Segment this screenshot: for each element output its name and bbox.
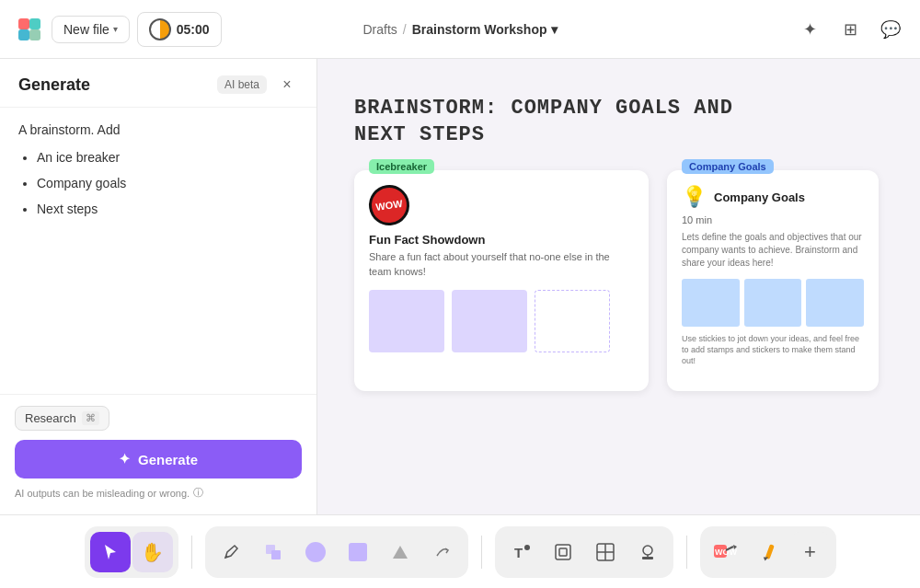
card-company-goals[interactable]: Company Goals 💡 Company Goals 10 min Let… bbox=[667, 170, 879, 391]
plus-icon: + bbox=[804, 540, 816, 564]
company-sticky-note[interactable] bbox=[806, 279, 864, 327]
paper-icon bbox=[263, 542, 283, 562]
generate-panel: Generate AI beta × A brainstorm. Add An … bbox=[0, 59, 317, 514]
company-card-desc: Lets define the goals and objectives tha… bbox=[682, 231, 864, 270]
list-item: An ice breaker bbox=[37, 144, 298, 170]
timer-button[interactable]: 05:00 bbox=[137, 12, 222, 47]
text-tool[interactable]: T bbox=[500, 532, 541, 572]
text-icon: T bbox=[511, 542, 531, 562]
company-card-time: 10 min bbox=[682, 214, 864, 225]
add-button[interactable]: + bbox=[790, 532, 831, 572]
canvas-title-line2: Next Steps bbox=[354, 122, 883, 149]
stamp-icon bbox=[638, 542, 658, 562]
drawing-tool-group bbox=[205, 526, 468, 578]
new-file-button[interactable]: New file ▾ bbox=[52, 16, 130, 43]
top-toolbar: New file ▾ 05:00 Drafts / Brainstorm Wor… bbox=[0, 0, 920, 59]
chevron-down-icon: ▾ bbox=[551, 22, 558, 37]
card-icebreaker[interactable]: Icebreaker WOW Fun Fact Showdown Share a… bbox=[354, 170, 649, 391]
research-tag[interactable]: Research ⌘ bbox=[15, 406, 109, 431]
svg-rect-15 bbox=[642, 557, 653, 559]
ai-disclaimer: AI outputs can be misleading or wrong. ⓘ bbox=[15, 486, 302, 500]
svg-rect-2 bbox=[18, 29, 29, 40]
generate-button[interactable]: ✦ Generate bbox=[15, 440, 302, 478]
panel-footer: Research ⌘ ✦ Generate AI outputs can be … bbox=[0, 394, 316, 514]
chevron-down-icon: ▾ bbox=[113, 24, 118, 34]
toolbar-right-icons: ✦ ⊞ 💬 bbox=[795, 15, 905, 44]
svg-rect-21 bbox=[765, 544, 774, 559]
card-icebreaker-heading: Fun Fact Showdown bbox=[369, 233, 634, 247]
pen-tool[interactable] bbox=[211, 532, 251, 572]
triangle-icon bbox=[391, 543, 409, 561]
toolbar-separator bbox=[481, 536, 482, 569]
hand-tool[interactable]: ✋ bbox=[132, 532, 173, 572]
canvas-area[interactable]: Brainstorm: Company Goals and Next Steps… bbox=[317, 59, 920, 514]
square-tool[interactable] bbox=[338, 532, 378, 572]
company-card-header: 💡 Company Goals bbox=[682, 185, 864, 209]
table-icon bbox=[595, 542, 615, 562]
card-tag-icebreaker: Icebreaker bbox=[369, 159, 434, 174]
card-icebreaker-subtext: Share a fun fact about yourself that no-… bbox=[369, 250, 634, 279]
list-item: Next steps bbox=[37, 196, 298, 222]
canvas-cards: Icebreaker WOW Fun Fact Showdown Share a… bbox=[354, 170, 883, 391]
pencil-tool[interactable] bbox=[748, 532, 788, 572]
toolbar-left: New file ▾ 05:00 bbox=[15, 12, 222, 47]
svg-text:WOW: WOW bbox=[715, 548, 737, 557]
sparkle-button[interactable]: ✦ bbox=[795, 15, 824, 44]
sticky-note[interactable] bbox=[369, 290, 444, 352]
brainstorm-list: An ice breaker Company goals Next steps bbox=[18, 144, 298, 222]
toolbar-separator bbox=[686, 536, 687, 569]
arrow-icon bbox=[433, 543, 452, 561]
stamp-tool[interactable] bbox=[627, 532, 668, 572]
extras-tool-group: WOW + bbox=[700, 526, 836, 578]
company-sticky-note[interactable] bbox=[744, 279, 802, 327]
chat-button[interactable]: 💬 bbox=[876, 15, 905, 44]
triangle-tool[interactable] bbox=[380, 532, 420, 572]
ai-badge: AI beta bbox=[217, 75, 267, 94]
canvas-title: Brainstorm: Company Goals and Next Steps bbox=[354, 96, 883, 148]
canvas-title-line1: Brainstorm: Company Goals and bbox=[354, 96, 883, 122]
breadcrumb: Drafts / Brainstorm Workshop ▾ bbox=[363, 22, 558, 37]
generate-label: Generate bbox=[138, 452, 198, 467]
panel-header: Generate AI beta × bbox=[0, 59, 316, 108]
arrow-tool[interactable] bbox=[422, 532, 463, 572]
breadcrumb-page-title[interactable]: Brainstorm Workshop ▾ bbox=[412, 22, 558, 37]
lightbulb-icon: 💡 bbox=[682, 185, 707, 209]
layout-button[interactable]: ⊞ bbox=[835, 15, 865, 44]
company-note-text: Use stickies to jot down your ideas, and… bbox=[682, 334, 864, 366]
new-file-label: New file bbox=[63, 22, 109, 37]
pen-icon bbox=[222, 543, 240, 561]
svg-rect-10 bbox=[559, 548, 567, 556]
svg-point-14 bbox=[643, 546, 652, 555]
select-tool[interactable] bbox=[90, 532, 131, 572]
panel-title: Generate bbox=[18, 75, 90, 95]
sticky-note-dotted[interactable] bbox=[535, 290, 610, 352]
svg-point-8 bbox=[524, 545, 530, 550]
svg-rect-9 bbox=[556, 545, 570, 559]
text-tool-group: T bbox=[495, 526, 673, 578]
svg-text:T: T bbox=[514, 545, 523, 560]
svg-rect-3 bbox=[29, 29, 40, 40]
company-sticky-note[interactable] bbox=[682, 279, 740, 327]
table-tool[interactable] bbox=[585, 532, 626, 572]
svg-rect-1 bbox=[29, 18, 40, 29]
hand-icon: ✋ bbox=[141, 541, 164, 563]
breadcrumb-separator: / bbox=[403, 22, 407, 37]
wow-badge: WOW bbox=[366, 182, 412, 228]
close-panel-button[interactable]: × bbox=[276, 74, 298, 96]
sticker-icon: WOW bbox=[713, 541, 739, 563]
circle-tool[interactable] bbox=[295, 532, 336, 572]
main-content: Generate AI beta × A brainstorm. Add An … bbox=[0, 59, 920, 514]
frame-tool[interactable] bbox=[543, 532, 583, 572]
circle-icon bbox=[305, 542, 326, 562]
select-tool-group: ✋ bbox=[85, 526, 178, 578]
card-tag-company: Company Goals bbox=[682, 159, 774, 174]
bottom-toolbar: ✋ bbox=[0, 514, 920, 588]
cursor-icon bbox=[101, 543, 120, 561]
paper-tool[interactable] bbox=[253, 532, 293, 572]
company-stickies bbox=[682, 279, 864, 327]
app-icon[interactable] bbox=[15, 15, 44, 44]
sticker-tool[interactable]: WOW bbox=[706, 532, 746, 572]
panel-body: A brainstorm. Add An ice breaker Company… bbox=[0, 108, 316, 394]
svg-marker-6 bbox=[393, 546, 408, 559]
sticky-note[interactable] bbox=[452, 290, 527, 352]
